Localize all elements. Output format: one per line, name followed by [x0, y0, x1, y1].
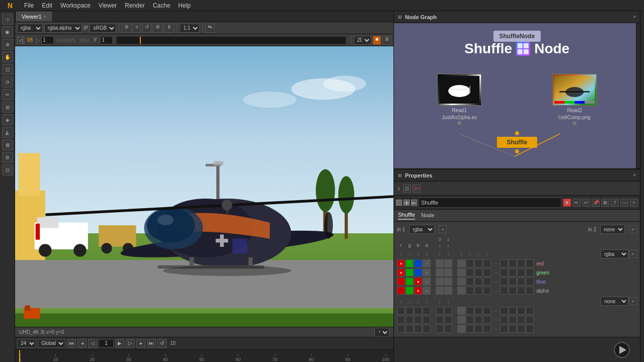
ex3-4[interactable]: [423, 325, 431, 333]
red-out-8[interactable]: [526, 259, 534, 267]
red-out-1[interactable]: [457, 259, 465, 267]
blue-out-7[interactable]: [517, 278, 525, 286]
green-out-3[interactable]: [474, 268, 482, 277]
step-back-btn[interactable]: ◂: [77, 339, 87, 348]
tool-extra[interactable]: ⊡: [2, 164, 13, 175]
ex1-3[interactable]: [414, 307, 422, 315]
green-out-5[interactable]: [500, 268, 508, 277]
ex1-11[interactable]: [500, 307, 508, 315]
fps-select[interactable]: 24* 30 60: [17, 339, 36, 348]
ex1-14[interactable]: [526, 307, 534, 315]
node-mask-icon[interactable]: [396, 200, 402, 206]
red-g[interactable]: [406, 259, 414, 267]
node-close-btn[interactable]: ⊠: [601, 199, 609, 207]
green-out-1[interactable]: [457, 268, 465, 277]
view-extra-select[interactable]: ▼: [374, 328, 389, 337]
go-end-btn[interactable]: ⏭: [147, 339, 156, 348]
viewer-options-btn[interactable]: ⚙: [153, 24, 163, 33]
blue-g[interactable]: [406, 278, 414, 286]
ex3-5[interactable]: [436, 325, 444, 333]
ex1-6[interactable]: [444, 307, 452, 315]
ex2-6[interactable]: [444, 316, 452, 324]
play-btn[interactable]: ▶: [115, 339, 124, 348]
step-fwd-btn[interactable]: ▸: [136, 339, 145, 348]
node-edit-icon[interactable]: ✏: [411, 200, 417, 206]
node-back-btn[interactable]: ↩: [582, 199, 590, 207]
ex1-4[interactable]: [423, 307, 431, 315]
ex2-9[interactable]: [474, 316, 482, 324]
menu-workspace[interactable]: Workspace: [56, 1, 95, 10]
viewer-grid-btn[interactable]: ≡: [133, 24, 141, 33]
tool-pan[interactable]: ✋: [2, 51, 13, 62]
go-start-btn[interactable]: ⏮: [67, 339, 76, 348]
render-play-btn[interactable]: [614, 342, 630, 358]
viewer-pause-btn[interactable]: ⏸: [164, 24, 174, 33]
ex2-10[interactable]: [483, 316, 491, 324]
ex3-10[interactable]: [483, 325, 491, 333]
blue-out-8[interactable]: [526, 278, 534, 286]
blue-out-4[interactable]: [483, 278, 491, 286]
green-arr1[interactable]: →: [423, 268, 431, 277]
tool-select[interactable]: ⊹: [2, 14, 13, 25]
green-in2-2[interactable]: [444, 268, 452, 277]
output-channel-select[interactable]: rgba rgb alpha: [601, 249, 628, 258]
menu-render[interactable]: Render: [121, 1, 148, 10]
viewer-refresh-btn[interactable]: ↺: [142, 24, 151, 33]
blue-arr1[interactable]: →: [423, 278, 431, 286]
node-pen-btn[interactable]: ✏: [573, 199, 581, 207]
props-snap-btn[interactable]: ⊡: [403, 185, 411, 193]
ex2-13[interactable]: [517, 316, 525, 324]
green-out-8[interactable]: [526, 268, 534, 277]
tab-node[interactable]: Node: [421, 212, 434, 219]
green-out-7[interactable]: [517, 268, 525, 277]
ex2-1[interactable]: [397, 316, 405, 324]
green-out-4[interactable]: [483, 268, 491, 277]
ex1-2[interactable]: [406, 307, 414, 315]
blue-in2-1[interactable]: [436, 278, 444, 286]
green-g[interactable]: [406, 268, 414, 277]
viewer-tab-1[interactable]: Viewer1 ×: [16, 12, 52, 22]
alpha-b-x[interactable]: ×: [414, 287, 422, 295]
ratio-select[interactable]: 1:1 2:1: [180, 24, 200, 33]
menu-viewer[interactable]: Viewer: [95, 1, 121, 10]
none-ch-menu[interactable]: =: [629, 297, 637, 305]
tool-view[interactable]: ◉: [2, 26, 13, 37]
timeline-ruler[interactable]: 1 10 20 30 4: [15, 350, 393, 362]
tool-mask[interactable]: ◭: [2, 127, 13, 138]
scope-select[interactable]: Global Local: [38, 339, 65, 348]
alpha-in2-1[interactable]: [436, 287, 444, 295]
ex2-3[interactable]: [414, 316, 422, 324]
alpha-out-1[interactable]: [457, 287, 465, 295]
props-clear-btn[interactable]: 3×: [413, 185, 421, 193]
alpha-out-3[interactable]: [474, 287, 482, 295]
red-arr1[interactable]: →: [423, 259, 431, 267]
blue-out-3[interactable]: [474, 278, 482, 286]
node-help-btn[interactable]: ?: [611, 199, 619, 207]
tool-zoom[interactable]: ⊕: [2, 39, 13, 50]
read1-node[interactable]: Read1 JustAnAlpha.ex: [434, 73, 485, 126]
color-btn[interactable]: ■: [373, 36, 381, 45]
out-ch-menu[interactable]: =: [629, 250, 637, 258]
ex2-4[interactable]: [423, 316, 431, 324]
red-out-3[interactable]: [474, 259, 482, 267]
red-in2-2[interactable]: [444, 259, 452, 267]
ex1-8[interactable]: [466, 307, 474, 315]
viewer-canvas[interactable]: ✚: [15, 46, 393, 327]
ex3-3[interactable]: [414, 325, 422, 333]
ex1-13[interactable]: [517, 307, 525, 315]
loop-btn[interactable]: ↺: [157, 339, 167, 348]
node-view-icon[interactable]: 👁: [404, 200, 410, 206]
blue-r[interactable]: [397, 278, 405, 286]
menu-edit[interactable]: Edit: [38, 1, 56, 10]
menu-file[interactable]: File: [20, 1, 38, 10]
node-pin-btn[interactable]: 📌: [592, 199, 600, 207]
blue-b-x[interactable]: ×: [414, 278, 422, 286]
wipe-btn[interactable]: ⊞: [382, 36, 391, 45]
next-frame-btn[interactable]: ▷: [126, 339, 135, 348]
green-b[interactable]: [414, 268, 422, 277]
ex2-7[interactable]: [457, 316, 465, 324]
node-x-btn[interactable]: ×: [630, 199, 638, 207]
tool-paint[interactable]: ✏: [2, 89, 13, 100]
read1-output-port[interactable]: [457, 121, 461, 125]
ex3-8[interactable]: [466, 325, 474, 333]
